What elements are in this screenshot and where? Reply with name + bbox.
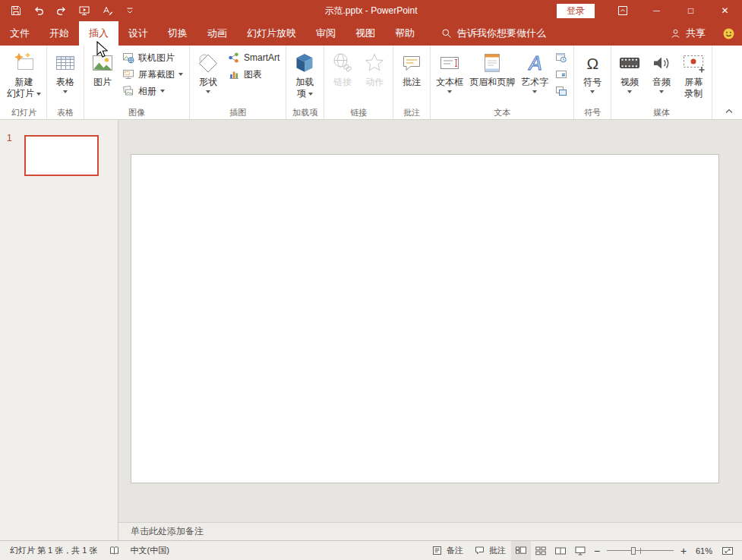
object-button[interactable] [551, 83, 571, 99]
images-small-column: 联机图片 屏幕截图 相册 [118, 49, 187, 99]
shapes-icon [196, 51, 220, 75]
addins-button[interactable]: 加载 项 [289, 49, 320, 107]
save-icon [10, 5, 22, 17]
symbol-button[interactable]: Ω 符号 [576, 49, 608, 107]
picture-icon [90, 51, 115, 75]
wordart-letter: A [528, 52, 542, 74]
pictures-button[interactable]: 图片 [87, 49, 118, 107]
zoom-slider-thumb[interactable] [631, 547, 636, 555]
link-icon [330, 51, 355, 75]
minimize-button[interactable]: ─ [639, 0, 674, 21]
screenshot-label: 屏幕截图 [138, 68, 175, 81]
chevron-up-icon [725, 107, 734, 115]
tab-help[interactable]: 帮助 [385, 21, 425, 46]
chart-icon [228, 68, 240, 80]
language-button[interactable]: 中文(中国) [125, 541, 175, 560]
text-box-button[interactable]: 文本框 [433, 49, 466, 107]
comments-toggle-button[interactable]: 批注 [469, 541, 511, 560]
comments-toggle-label: 批注 [489, 545, 506, 556]
slide-thumbnail-panel: 1 [0, 120, 118, 540]
ribbon-insert: 新建 幻灯片 幻灯片 表格 表格 图片 [0, 46, 742, 120]
online-pictures-button[interactable]: 联机图片 [118, 49, 187, 66]
tell-me-search[interactable]: 告诉我你想要做什么 [431, 21, 557, 46]
zoom-slider[interactable] [607, 546, 674, 556]
shapes-button[interactable]: 形状 [192, 49, 224, 107]
reading-view-button[interactable] [551, 541, 570, 560]
wordart-label: 艺术字 [521, 77, 548, 88]
video-label: 视频 [620, 77, 639, 88]
slideshow-view-button[interactable] [570, 541, 590, 560]
normal-view-button[interactable] [511, 541, 531, 560]
wordart-button[interactable]: A 艺术字 [518, 49, 551, 107]
header-footer-label: 页眉和页脚 [469, 77, 515, 88]
dropdown-arrow-icon [63, 90, 68, 93]
new-slide-button[interactable]: 新建 幻灯片 [4, 49, 44, 107]
spellcheck-button[interactable] [103, 541, 125, 560]
share-button[interactable]: 共享 [661, 21, 715, 46]
group-text: 文本框 页眉和页脚 A 艺术字 [431, 46, 574, 119]
tab-review[interactable]: 审阅 [306, 21, 346, 46]
shapes-label: 形状 [199, 77, 217, 88]
dropdown-arrow-icon [532, 90, 537, 93]
zoom-level-button[interactable]: 61% [690, 541, 718, 560]
tab-home[interactable]: 开始 [39, 21, 79, 46]
save-button[interactable] [5, 0, 27, 21]
audio-icon [649, 51, 674, 75]
group-slides: 新建 幻灯片 幻灯片 [2, 46, 47, 119]
tab-transitions[interactable]: 切换 [158, 21, 197, 46]
screen-recording-button[interactable]: 屏幕 录制 [677, 49, 709, 107]
audio-button[interactable]: 音频 [646, 49, 677, 107]
language-label: 中文(中国) [131, 545, 169, 556]
slide-thumbnail-number: 1 [7, 133, 12, 143]
tab-row-right: 共享 [661, 21, 742, 46]
tab-animations[interactable]: 动画 [197, 21, 237, 46]
dropdown-arrow-icon [627, 90, 632, 93]
fit-slide-button[interactable] [718, 541, 737, 560]
omega-symbol-icon: Ω [580, 51, 605, 75]
video-button[interactable]: 视频 [614, 49, 646, 107]
feedback-smiley-button[interactable] [715, 21, 742, 46]
tab-design[interactable]: 设计 [118, 21, 158, 46]
tab-insert[interactable]: 插入 [79, 21, 118, 46]
header-footer-button[interactable]: 页眉和页脚 [466, 49, 518, 107]
object-icon [555, 85, 567, 97]
tab-slideshow[interactable]: 幻灯片放映 [237, 21, 306, 46]
annotate-button[interactable] [96, 0, 118, 21]
ribbon-display-options-button[interactable] [605, 0, 639, 21]
slide-indicator: 幻灯片 第 1 张，共 1 张 [5, 541, 103, 560]
online-pictures-icon [122, 52, 134, 64]
customize-qat-button[interactable] [118, 0, 141, 21]
smartart-button[interactable]: SmartArt [224, 49, 283, 66]
comments-icon [474, 545, 485, 556]
comment-button[interactable]: 批注 [396, 49, 428, 107]
date-time-button[interactable] [551, 49, 571, 66]
symbol-label: 符号 [583, 77, 601, 88]
undo-button[interactable] [27, 0, 50, 21]
notes-toggle-button[interactable]: 备注 [426, 541, 469, 560]
slide-thumbnail[interactable] [24, 135, 99, 176]
slide-number-button[interactable] [551, 66, 571, 83]
notes-pane[interactable]: 单击此处添加备注 [118, 522, 742, 540]
maximize-button[interactable]: □ [674, 0, 708, 21]
sign-in-button[interactable]: 登录 [557, 4, 595, 18]
chart-button[interactable]: 图表 [224, 66, 283, 83]
slide-sorter-view-button[interactable] [531, 541, 551, 560]
tab-file[interactable]: 文件 [0, 21, 39, 46]
photo-album-button[interactable]: 相册 [118, 83, 187, 99]
start-slideshow-button[interactable] [73, 0, 96, 21]
slide-canvas[interactable] [131, 154, 719, 483]
group-images: 图片 联机图片 屏幕截图 相册 [84, 46, 190, 119]
comment-label: 批注 [403, 77, 421, 88]
screenshot-button[interactable]: 屏幕截图 [118, 66, 187, 83]
tab-view[interactable]: 视图 [346, 21, 385, 46]
collapse-ribbon-button[interactable] [722, 105, 736, 116]
status-bar: 幻灯片 第 1 张，共 1 张 中文(中国) 备注 批注 [0, 540, 742, 560]
redo-button[interactable] [50, 0, 73, 21]
customize-qat-icon [124, 5, 136, 17]
group-comments: 批注 批注 [393, 46, 431, 119]
close-button[interactable]: ✕ [708, 0, 742, 21]
dropdown-arrow-icon [206, 90, 210, 93]
zoom-out-button[interactable]: − [590, 541, 604, 560]
zoom-in-button[interactable]: + [677, 541, 690, 560]
table-button[interactable]: 表格 [49, 49, 81, 107]
